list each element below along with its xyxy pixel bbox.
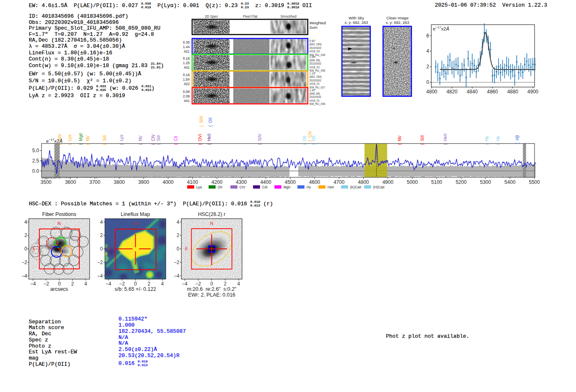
svg-text:{ CII: { CII <box>174 136 178 145</box>
svg-text:{ SiIV: { SiIV <box>199 115 204 127</box>
svg-text:{ MgII: { MgII <box>79 133 83 145</box>
svg-text:{ SiII: { SiII <box>102 135 107 145</box>
svg-text:{ NV: { NV <box>86 135 90 145</box>
svg-text:{ CIV: { CIV <box>151 134 156 145</box>
svg-text:{ SiIV: { SiIV <box>258 133 262 145</box>
svg-text:{ SiII: { SiII <box>156 135 161 145</box>
svg-text:{ Lyα: { Lyα <box>67 135 72 145</box>
svg-text:{ SiII: { SiII <box>420 135 425 145</box>
svg-text:{ OII: { OII <box>302 136 307 145</box>
svg-text:{ HeII: { HeII <box>443 134 448 145</box>
svg-text:{ Hβ: { Hβ <box>515 135 520 144</box>
svg-text:{ Lyα: { Lyα <box>119 135 124 145</box>
svg-text:{ Hγ: { Hγ <box>496 136 500 145</box>
svg-text:{ Hγ: { Hγ <box>485 136 489 145</box>
svg-text:{ NV: { NV <box>138 135 143 145</box>
svg-text:{ HeII: { HeII <box>207 134 211 145</box>
svg-text:{ NV: { NV <box>397 135 402 145</box>
svg-text:{ OVI: { OVI <box>198 134 202 145</box>
svg-text:{ OII: { OII <box>311 136 316 145</box>
svg-text:{ OII: { OII <box>208 118 213 127</box>
